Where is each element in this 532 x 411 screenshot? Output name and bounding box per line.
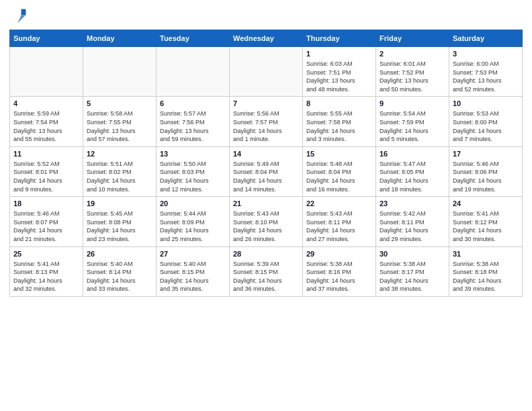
calendar-header-friday: Friday [376,30,449,47]
calendar-cell: 28Sunrise: 5:39 AM Sunset: 8:15 PM Dayli… [230,246,303,296]
logo [9,7,31,26]
day-number: 14 [233,150,299,158]
day-number: 30 [380,250,445,258]
day-number: 8 [306,99,372,107]
day-number: 24 [453,199,519,208]
day-number: 7 [233,99,299,107]
day-number: 27 [160,250,226,258]
calendar-header-saturday: Saturday [449,30,523,47]
calendar-cell: 15Sunrise: 5:48 AM Sunset: 8:04 PM Dayli… [303,146,376,196]
day-number: 9 [380,99,445,107]
day-info: Sunrise: 5:55 AM Sunset: 7:58 PM Dayligh… [306,109,372,143]
calendar-cell: 1Sunrise: 6:03 AM Sunset: 7:51 PM Daylig… [303,47,376,97]
calendar-week-2: 4Sunrise: 5:59 AM Sunset: 7:54 PM Daylig… [10,97,523,146]
calendar-week-3: 11Sunrise: 5:52 AM Sunset: 8:01 PM Dayli… [10,146,523,196]
day-info: Sunrise: 5:39 AM Sunset: 8:15 PM Dayligh… [233,260,299,293]
day-number: 1 [306,50,372,58]
calendar-cell: 31Sunrise: 5:38 AM Sunset: 8:18 PM Dayli… [449,246,523,296]
calendar-cell: 12Sunrise: 5:51 AM Sunset: 8:02 PM Dayli… [83,146,157,196]
day-info: Sunrise: 5:42 AM Sunset: 8:11 PM Dayligh… [380,210,445,243]
page-header [9,7,523,26]
day-info: Sunrise: 5:56 AM Sunset: 7:57 PM Dayligh… [233,109,299,143]
calendar-cell: 16Sunrise: 5:47 AM Sunset: 8:05 PM Dayli… [376,146,449,196]
day-info: Sunrise: 5:38 AM Sunset: 8:16 PM Dayligh… [306,260,372,293]
day-info: Sunrise: 6:00 AM Sunset: 7:53 PM Dayligh… [453,60,519,93]
day-number: 5 [87,99,152,107]
day-number: 10 [453,99,519,107]
day-info: Sunrise: 6:03 AM Sunset: 7:51 PM Dayligh… [306,60,372,93]
day-number: 18 [13,199,79,208]
day-info: Sunrise: 5:46 AM Sunset: 8:06 PM Dayligh… [453,160,519,193]
day-info: Sunrise: 5:49 AM Sunset: 8:04 PM Dayligh… [233,160,299,193]
day-number: 6 [160,99,226,107]
calendar-cell [83,47,157,97]
day-info: Sunrise: 5:40 AM Sunset: 8:15 PM Dayligh… [160,260,226,293]
calendar-week-1: 1Sunrise: 6:03 AM Sunset: 7:51 PM Daylig… [10,47,523,97]
calendar-cell: 19Sunrise: 5:45 AM Sunset: 8:08 PM Dayli… [83,197,157,246]
day-number: 3 [453,50,519,58]
day-number: 31 [453,250,519,258]
day-info: Sunrise: 5:57 AM Sunset: 7:56 PM Dayligh… [160,109,226,143]
day-number: 19 [87,199,152,208]
calendar-cell: 26Sunrise: 5:40 AM Sunset: 8:14 PM Dayli… [83,246,157,296]
day-info: Sunrise: 5:47 AM Sunset: 8:05 PM Dayligh… [380,160,445,193]
calendar-cell: 20Sunrise: 5:44 AM Sunset: 8:09 PM Dayli… [157,197,230,246]
calendar-header-wednesday: Wednesday [230,30,303,47]
calendar-header-tuesday: Tuesday [157,30,230,47]
day-info: Sunrise: 5:41 AM Sunset: 8:13 PM Dayligh… [13,260,79,293]
day-number: 22 [306,199,372,208]
day-info: Sunrise: 5:38 AM Sunset: 8:18 PM Dayligh… [453,260,519,293]
day-info: Sunrise: 5:59 AM Sunset: 7:54 PM Dayligh… [13,109,79,143]
day-number: 13 [160,150,226,158]
day-info: Sunrise: 5:58 AM Sunset: 7:55 PM Dayligh… [87,109,152,143]
calendar-cell: 24Sunrise: 5:41 AM Sunset: 8:12 PM Dayli… [449,197,523,246]
calendar-header-sunday: Sunday [10,30,83,47]
day-info: Sunrise: 5:46 AM Sunset: 8:07 PM Dayligh… [13,210,79,243]
calendar-cell: 22Sunrise: 5:43 AM Sunset: 8:11 PM Dayli… [303,197,376,246]
calendar-cell: 10Sunrise: 5:53 AM Sunset: 8:00 PM Dayli… [449,97,523,146]
day-info: Sunrise: 5:41 AM Sunset: 8:12 PM Dayligh… [453,210,519,243]
calendar-cell: 2Sunrise: 6:01 AM Sunset: 7:52 PM Daylig… [376,47,449,97]
day-info: Sunrise: 5:43 AM Sunset: 8:11 PM Dayligh… [306,210,372,243]
calendar-cell [230,47,303,97]
calendar-cell: 17Sunrise: 5:46 AM Sunset: 8:06 PM Dayli… [449,146,523,196]
calendar-week-4: 18Sunrise: 5:46 AM Sunset: 8:07 PM Dayli… [10,197,523,246]
day-info: Sunrise: 5:51 AM Sunset: 8:02 PM Dayligh… [87,160,152,193]
day-info: Sunrise: 5:54 AM Sunset: 7:59 PM Dayligh… [380,109,445,143]
calendar-cell: 18Sunrise: 5:46 AM Sunset: 8:07 PM Dayli… [10,197,83,246]
calendar-header-thursday: Thursday [303,30,376,47]
day-number: 12 [87,150,152,158]
calendar-cell [10,47,83,97]
day-info: Sunrise: 5:50 AM Sunset: 8:03 PM Dayligh… [160,160,226,193]
day-number: 25 [13,250,79,258]
calendar-table: SundayMondayTuesdayWednesdayThursdayFrid… [9,30,523,297]
day-number: 26 [87,250,152,258]
day-number: 28 [233,250,299,258]
day-info: Sunrise: 6:01 AM Sunset: 7:52 PM Dayligh… [380,60,445,93]
day-number: 20 [160,199,226,208]
calendar-cell: 6Sunrise: 5:57 AM Sunset: 7:56 PM Daylig… [157,97,230,146]
svg-marker-0 [21,9,26,15]
calendar-header-row: SundayMondayTuesdayWednesdayThursdayFrid… [10,30,523,47]
calendar-cell: 14Sunrise: 5:49 AM Sunset: 8:04 PM Dayli… [230,146,303,196]
calendar-cell: 25Sunrise: 5:41 AM Sunset: 8:13 PM Dayli… [10,246,83,296]
day-info: Sunrise: 5:44 AM Sunset: 8:09 PM Dayligh… [160,210,226,243]
calendar-cell: 29Sunrise: 5:38 AM Sunset: 8:16 PM Dayli… [303,246,376,296]
day-info: Sunrise: 5:53 AM Sunset: 8:00 PM Dayligh… [453,109,519,143]
calendar-cell: 8Sunrise: 5:55 AM Sunset: 7:58 PM Daylig… [303,97,376,146]
day-info: Sunrise: 5:38 AM Sunset: 8:17 PM Dayligh… [380,260,445,293]
calendar-cell: 3Sunrise: 6:00 AM Sunset: 7:53 PM Daylig… [449,47,523,97]
calendar-cell: 30Sunrise: 5:38 AM Sunset: 8:17 PM Dayli… [376,246,449,296]
logo-icon [9,7,28,26]
day-info: Sunrise: 5:52 AM Sunset: 8:01 PM Dayligh… [13,160,79,193]
calendar-cell: 5Sunrise: 5:58 AM Sunset: 7:55 PM Daylig… [83,97,157,146]
day-info: Sunrise: 5:40 AM Sunset: 8:14 PM Dayligh… [87,260,152,293]
calendar-cell: 7Sunrise: 5:56 AM Sunset: 7:57 PM Daylig… [230,97,303,146]
day-info: Sunrise: 5:48 AM Sunset: 8:04 PM Dayligh… [306,160,372,193]
calendar-cell: 13Sunrise: 5:50 AM Sunset: 8:03 PM Dayli… [157,146,230,196]
calendar-cell: 11Sunrise: 5:52 AM Sunset: 8:01 PM Dayli… [10,146,83,196]
calendar-cell: 21Sunrise: 5:43 AM Sunset: 8:10 PM Dayli… [230,197,303,246]
day-number: 11 [13,150,79,158]
calendar-cell: 4Sunrise: 5:59 AM Sunset: 7:54 PM Daylig… [10,97,83,146]
day-number: 4 [13,99,79,107]
